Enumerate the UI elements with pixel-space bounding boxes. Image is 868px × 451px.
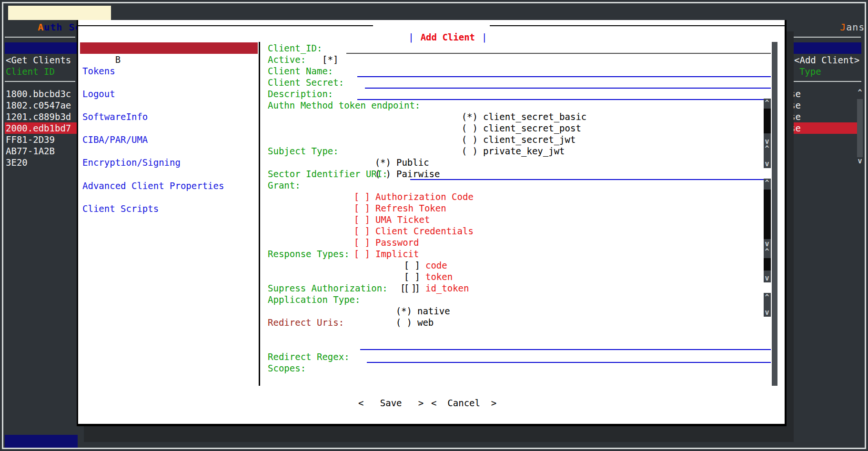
client-id-input[interactable] (346, 53, 771, 54)
menu-item-jans-cli[interactable]: Jans Cli (815, 6, 868, 20)
client-name-input[interactable] (357, 76, 771, 77)
sidebar-item-logout[interactable]: Logout (80, 88, 258, 100)
checkbox-implicit[interactable]: [ ]Implicit (321, 237, 419, 248)
radio-private-key-jwt[interactable]: ( )private_key_jwt (429, 134, 565, 145)
response-scroll-thumb[interactable] (764, 258, 771, 271)
save-button[interactable]: < Save > (358, 397, 424, 409)
subject-type-label: Subject Type: (268, 145, 339, 157)
sidebar-item-ciba-par-uma[interactable]: CIBA/PAR/UMA (80, 134, 258, 145)
supress-authorization-checkbox[interactable]: [ ] (400, 282, 416, 294)
left-panel-bottom-bar (5, 435, 78, 448)
scroll-down-icon[interactable]: v (855, 157, 865, 165)
dialog-shadow-right (787, 31, 794, 442)
sidebar-item-basic[interactable]: Basic (80, 42, 258, 54)
scroll-down-icon[interactable]: v (762, 160, 772, 168)
sidebar-item-client-scripts[interactable]: Client Scripts (80, 203, 258, 214)
hotkey: B (115, 54, 121, 65)
redirect-regex-label: Redirect Regex: (268, 351, 350, 362)
sidebar-item-advanced-client-properties[interactable]: Advanced Client Properties (80, 180, 258, 191)
checkbox-authorization-code[interactable]: [ ]Authorization Code (321, 180, 474, 191)
app-screen: Auth Server FIDO SCIM Scripts Users Jans… (0, 0, 868, 451)
active-label: Active: (268, 54, 306, 65)
checkbox-refresh-token[interactable]: [ ]Refresh Token (321, 191, 446, 202)
response-types-label: Response Types: (268, 248, 350, 260)
dialog-title-text: Add Client (414, 32, 482, 42)
client-row[interactable]: 3E20 (6, 157, 28, 168)
scopes-label: Scopes: (268, 362, 306, 374)
client-secret-input[interactable] (365, 88, 771, 89)
sidebar-item-tokens[interactable]: Tokens (80, 65, 258, 77)
menu-item-scim[interactable]: SCIM (152, 6, 202, 20)
client-row[interactable]: 1800.bbcbd3c (6, 88, 71, 100)
redirect-uris-label: Redirect Uris: (268, 317, 344, 328)
active-checkbox[interactable]: [*] (322, 54, 338, 65)
scroll-up-icon[interactable]: ^ (855, 89, 865, 96)
checkbox-uma-ticket[interactable]: [ ]UMA Ticket (321, 202, 430, 214)
authn-scroll-thumb[interactable] (764, 109, 771, 133)
radio-client-secret-jwt[interactable]: ( )client_secret_jwt (429, 122, 575, 134)
sector-identifier-uri-label: Sector Identifier URI: (268, 168, 388, 180)
radio-mark: ( ) (462, 146, 483, 156)
grant-label: Grant: (268, 180, 301, 191)
scroll-down-icon[interactable]: v (762, 240, 772, 248)
client-row[interactable]: FF81-2D39 (6, 134, 55, 145)
dialog-divider (259, 42, 260, 386)
menu-item-scripts[interactable]: Scripts (202, 6, 270, 20)
client-row[interactable]: 1201.c889b3d (6, 111, 71, 122)
redirect-uris-input-line[interactable] (360, 349, 771, 350)
description-label: Description: (268, 88, 333, 100)
checkbox-password[interactable]: [ ]Password (321, 225, 419, 237)
client-row[interactable]: AB77-1A2B (6, 145, 55, 157)
radio-client-secret-basic[interactable]: (*)client_secret_basic (429, 100, 586, 111)
menu-item-fido[interactable]: FIDO (104, 6, 153, 20)
client-row[interactable]: 1802.c0547ae (6, 100, 71, 111)
client-row-selected[interactable]: 2000.edb1bd7 (6, 122, 71, 134)
get-clients-button[interactable]: <Get Clients (6, 54, 71, 66)
right-panel-scrollbar-thumb[interactable] (857, 99, 863, 157)
dialog-shadow-bottom (84, 426, 794, 442)
checkbox-code[interactable]: [ ]code (371, 248, 447, 260)
left-panel-divider (5, 81, 75, 82)
scroll-up-icon[interactable]: ^ (762, 145, 772, 152)
sidebar-item-softwareinfo[interactable]: SoftwareInfo (80, 111, 258, 122)
scroll-up-icon[interactable]: ^ (762, 248, 772, 255)
checkbox-token[interactable]: [ ]token (371, 260, 453, 271)
scroll-down-icon[interactable]: v (762, 274, 772, 282)
scroll-up-icon[interactable]: ^ (762, 99, 772, 107)
scroll-up-icon[interactable]: ^ (762, 293, 772, 301)
redirect-uris-textarea[interactable] (360, 328, 771, 350)
radio-client-secret-post[interactable]: ( )client_secret_post (429, 111, 581, 122)
radio-mark: ( ) (396, 317, 417, 328)
right-panel-divider (788, 81, 861, 82)
hotkey: J (840, 21, 846, 33)
authn-method-label: Authn Method token endpoint: (268, 100, 420, 111)
menu-item-auth-server[interactable]: Auth Server (8, 6, 111, 20)
client-id-column-header: Client ID (6, 66, 55, 77)
add-client-button[interactable]: <Add Client> (794, 54, 859, 66)
scroll-up-icon[interactable]: ^ (762, 179, 772, 187)
grant-scroll-thumb[interactable] (764, 190, 771, 239)
checkbox-id-token[interactable]: [ ]id_token (371, 271, 469, 282)
radio-web[interactable]: ( )web (363, 305, 434, 317)
right-panel-title-bar (788, 42, 861, 54)
form-scrollbar[interactable] (772, 42, 777, 386)
client-id-label: Client_ID: (268, 42, 322, 54)
cancel-button[interactable]: < Cancel > (431, 397, 496, 409)
radio-pairwise[interactable]: ( )Pairwise (342, 157, 440, 168)
scroll-down-icon[interactable]: v (762, 309, 772, 316)
checkbox-client-credentials[interactable]: [ ]Client Credentials (321, 214, 474, 225)
redirect-regex-input[interactable] (367, 362, 771, 363)
client-name-label: Client Name: (268, 65, 333, 77)
sidebar-item-encryption-signing[interactable]: Encryption/Signing (80, 157, 258, 168)
dialog-title: |Add Client| (373, 20, 490, 31)
hotkey: A (38, 21, 44, 33)
menu-item-users[interactable]: Users (263, 6, 319, 20)
supress-authorization-label: Supress Authorization: (268, 282, 388, 294)
radio-native[interactable]: (*)native (363, 294, 450, 305)
left-panel-top-border (5, 37, 75, 38)
title-pipe: | (408, 32, 414, 42)
right-panel-top-border (794, 37, 861, 38)
radio-public[interactable]: (*)Public (342, 145, 429, 157)
title-pipe: | (482, 32, 487, 42)
add-client-dialog: |Add Client| Basic Tokens Logout Softwar… (77, 20, 787, 426)
